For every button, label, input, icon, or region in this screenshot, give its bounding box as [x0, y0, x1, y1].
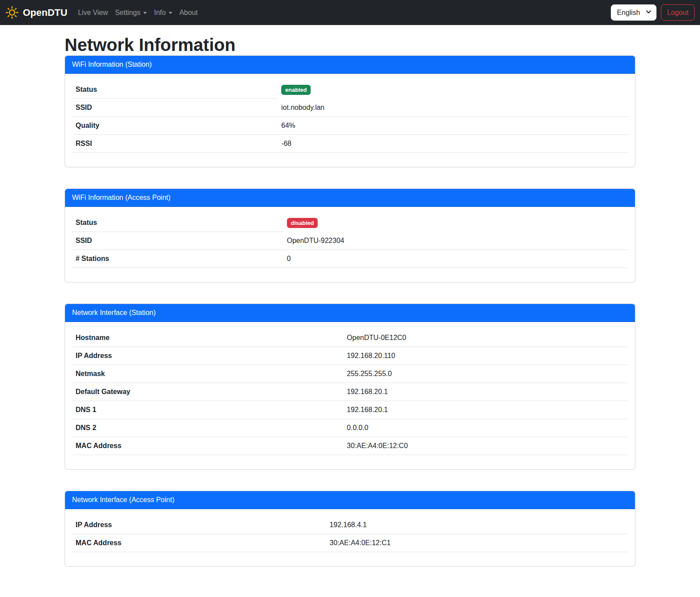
info-table: StatusenabledSSIDiot.nobody.lanQuality64…	[72, 81, 628, 153]
table-row: MAC Address30:AE:A4:0E:12:C0	[72, 437, 628, 455]
table-row: MAC Address30:AE:A4:0E:12:C1	[72, 534, 628, 552]
row-label: IP Address	[72, 516, 326, 534]
table-row: Statusenabled	[72, 81, 628, 99]
nav-item-live-view[interactable]: Live View	[74, 5, 111, 20]
table-row: HostnameOpenDTU-0E12C0	[72, 329, 628, 347]
card-body: HostnameOpenDTU-0E12C0IP Address192.168.…	[65, 322, 635, 469]
table-row: Quality64%	[72, 117, 628, 135]
table-row: DNS 1192.168.20.1	[72, 401, 628, 419]
nav-item: Settings	[112, 5, 151, 20]
row-value: 0	[283, 250, 628, 268]
status-badge: disabled	[287, 218, 318, 228]
row-label: MAC Address	[72, 534, 326, 552]
language-select-wrap: English	[611, 4, 656, 21]
main-content: Network Information WiFi Information (St…	[65, 25, 635, 597]
card-header: WiFi Information (Station)	[65, 56, 635, 74]
row-value: enabled	[278, 81, 628, 99]
table-row: Statusdisabled	[72, 214, 628, 232]
row-label: Status	[72, 81, 278, 99]
row-label: Status	[72, 214, 283, 232]
table-row: IP Address192.168.4.1	[72, 516, 628, 534]
card-wifi-information-station: WiFi Information (Station)StatusenabledS…	[65, 55, 635, 167]
nav-item: Info	[150, 5, 176, 20]
row-label: IP Address	[72, 347, 343, 365]
row-label: SSID	[72, 99, 278, 117]
row-value: OpenDTU-922304	[283, 232, 628, 250]
row-label: # Stations	[72, 250, 283, 268]
info-table: IP Address192.168.4.1MAC Address30:AE:A4…	[72, 516, 628, 552]
nav-item-label: Live View	[78, 9, 108, 17]
nav-item-info[interactable]: Info	[150, 5, 176, 20]
nav-item-label: Info	[154, 9, 166, 17]
brand[interactable]: OpenDTU	[5, 6, 67, 19]
row-value: 0.0.0.0	[343, 419, 628, 437]
row-value: disabled	[283, 214, 628, 232]
caret-down-icon	[169, 12, 172, 14]
table-row: SSIDiot.nobody.lan	[72, 99, 628, 117]
card-header: Network Interface (Station)	[65, 304, 635, 322]
row-label: Netmask	[72, 365, 343, 383]
language-select[interactable]: English	[611, 4, 656, 21]
info-table: HostnameOpenDTU-0E12C0IP Address192.168.…	[72, 329, 628, 455]
row-value: iot.nobody.lan	[278, 99, 628, 117]
row-label: SSID	[72, 232, 283, 250]
card-header: Network Interface (Access Point)	[65, 491, 635, 509]
row-label: Hostname	[72, 329, 343, 347]
row-label: Default Gateway	[72, 383, 343, 401]
page-title: Network Information	[65, 34, 635, 55]
row-value: -68	[278, 135, 628, 153]
table-row: Netmask255.255.255.0	[72, 365, 628, 383]
row-value: 255.255.255.0	[343, 365, 628, 383]
navbar-left: OpenDTU Live ViewSettingsInfoAbout	[5, 5, 201, 20]
row-value: 192.168.20.110	[343, 347, 628, 365]
row-value: 30:AE:A4:0E:12:C1	[326, 534, 628, 552]
row-label: DNS 2	[72, 419, 343, 437]
status-badge: enabled	[281, 85, 311, 95]
card-network-interface-access-point: Network Interface (Access Point)IP Addre…	[65, 491, 635, 567]
row-value: 30:AE:A4:0E:12:C0	[343, 437, 628, 455]
card-body: StatusenabledSSIDiot.nobody.lanQuality64…	[65, 74, 635, 167]
card-wifi-information-access-point: WiFi Information (Access Point)Statusdis…	[65, 188, 635, 282]
row-value: 192.168.4.1	[326, 516, 628, 534]
card-network-interface-station: Network Interface (Station)HostnameOpenD…	[65, 304, 635, 470]
table-row: # Stations0	[72, 250, 628, 268]
row-label: MAC Address	[72, 437, 343, 455]
nav-links: Live ViewSettingsInfoAbout	[74, 5, 201, 20]
row-label: DNS 1	[72, 401, 343, 419]
row-value: 64%	[278, 117, 628, 135]
table-row: Default Gateway192.168.20.1	[72, 383, 628, 401]
row-value: 192.168.20.1	[343, 383, 628, 401]
caret-down-icon	[143, 12, 147, 14]
logout-button[interactable]: Logout	[661, 4, 695, 21]
nav-item: Live View	[74, 5, 111, 20]
row-label: Quality	[72, 117, 278, 135]
row-label: RSSI	[72, 135, 278, 153]
cards-container: WiFi Information (Station)StatusenabledS…	[65, 55, 635, 567]
table-row: DNS 20.0.0.0	[72, 419, 628, 437]
brand-label: OpenDTU	[23, 7, 67, 18]
card-header: WiFi Information (Access Point)	[65, 189, 635, 207]
nav-item-label: About	[179, 9, 198, 17]
card-body: StatusdisabledSSIDOpenDTU-922304# Statio…	[65, 207, 635, 282]
nav-item-label: Settings	[115, 9, 141, 17]
table-row: IP Address192.168.20.110	[72, 347, 628, 365]
row-value: 192.168.20.1	[343, 401, 628, 419]
nav-item-settings[interactable]: Settings	[112, 5, 151, 20]
sun-icon	[5, 6, 19, 19]
card-body: IP Address192.168.4.1MAC Address30:AE:A4…	[65, 509, 635, 566]
nav-item: About	[176, 5, 201, 20]
nav-item-about[interactable]: About	[176, 5, 201, 20]
table-row: SSIDOpenDTU-922304	[72, 232, 628, 250]
row-value: OpenDTU-0E12C0	[343, 329, 628, 347]
table-row: RSSI-68	[72, 135, 628, 153]
info-table: StatusdisabledSSIDOpenDTU-922304# Statio…	[72, 214, 628, 268]
navbar-right: English Logout	[611, 4, 695, 21]
navbar: OpenDTU Live ViewSettingsInfoAbout Engli…	[0, 0, 700, 25]
